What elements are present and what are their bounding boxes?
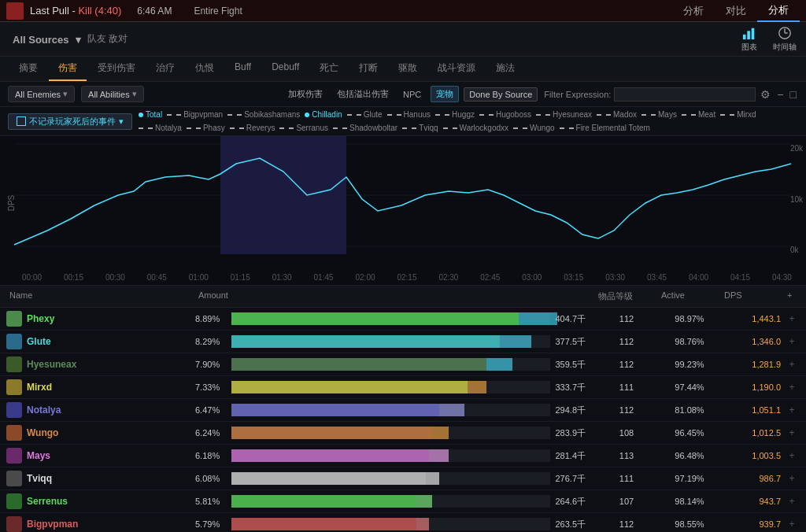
pull-time: 6:46 AM (137, 6, 172, 17)
legend-item[interactable]: Mirxd (720, 110, 756, 119)
legend-label: Phasy (203, 124, 225, 132)
legend-item[interactable]: Fire Elemental Totem (560, 124, 650, 132)
row-expand-btn[interactable]: + (784, 473, 800, 484)
tab-damage[interactable]: 伤害 (49, 57, 87, 81)
legend-icon (347, 114, 361, 116)
legend-item[interactable]: Hugoboss (479, 110, 531, 119)
legend-item[interactable]: Phasy (187, 124, 225, 132)
event-selector-btn[interactable]: 不记录玩家死后的事件 ▾ (8, 113, 132, 130)
row-expand-btn[interactable]: + (784, 336, 800, 347)
legend-item[interactable]: Sobikashamans (227, 110, 300, 119)
tag-weighted[interactable]: 加权伤害 (283, 87, 327, 102)
tag-npc[interactable]: NPC (398, 88, 426, 101)
nav-analyze2[interactable]: 分析 (757, 0, 800, 22)
table-row[interactable]: Tviqq6.08%276.7千11197.19%986.7+ (0, 467, 806, 490)
tag-overflow[interactable]: 包括溢出伤害 (332, 87, 394, 102)
table-row[interactable]: Hyesuneax7.90%359.5千11299.23%1,281.9+ (0, 353, 806, 376)
nav-compare[interactable]: 对比 (715, 0, 757, 22)
chart-y-min: 0k (790, 246, 803, 254)
legend-item[interactable]: Wungo (513, 124, 555, 132)
legend-item[interactable]: Shadowboltar (333, 124, 397, 132)
row-pct: 5.81% (195, 497, 227, 506)
row-expand-btn[interactable]: + (784, 313, 800, 324)
tab-healing[interactable]: 治疗 (146, 57, 184, 81)
source-selector[interactable]: All Sources ▾ (9, 32, 81, 46)
chart-svg (0, 136, 806, 270)
nav-analyze1[interactable]: 分析 (672, 0, 715, 22)
player-name-cell: Phexy (6, 311, 195, 327)
legend-label: Meat (698, 110, 715, 119)
player-name: Serrenus (27, 496, 68, 507)
table-row[interactable]: Wungo6.24%283.9千10896.45%1,012.5+ (0, 422, 806, 445)
legend-item[interactable]: Glute (347, 110, 383, 119)
table-row[interactable]: Serrenus5.81%264.6千10798.14%943.7+ (0, 490, 806, 513)
table-row[interactable]: Bigpvpman5.79%263.5千11298.55%939.7+ (0, 513, 806, 532)
player-name: Bigpvpman (27, 519, 78, 530)
legend-item[interactable]: Reverys (230, 124, 275, 132)
chart-right-labels: 20k 10k 0k (790, 136, 803, 270)
tab-buff[interactable]: Buff (225, 57, 261, 81)
legend-item[interactable]: Hanuus (387, 110, 431, 119)
table-row[interactable]: Mirxd7.33%333.7千11197.44%1,190.0+ (0, 376, 806, 399)
tab-damage-taken[interactable]: 受到伤害 (88, 57, 145, 81)
table-rows: Phexy8.89%404.7千11298.97%1,443.1+Glute8.… (0, 308, 806, 532)
svg-rect-2 (752, 28, 755, 39)
tab-resources[interactable]: 战斗资源 (428, 57, 485, 81)
legend-item[interactable]: Warlockgodxx (443, 124, 508, 132)
legend-item[interactable]: Madox (597, 110, 637, 119)
legend-item[interactable]: Chilladin (305, 110, 342, 119)
tab-debuff[interactable]: Debuff (262, 57, 309, 81)
amount-bar-cell: 6.18%281.4千 (195, 449, 595, 462)
bar-fill-primary (231, 358, 486, 371)
team-label: 队友 敌对 (87, 32, 128, 46)
legend-item[interactable]: Huggz (435, 110, 475, 119)
tab-dispel[interactable]: 驱散 (389, 57, 427, 81)
row-expand-btn[interactable]: + (784, 382, 800, 393)
event-color-box (17, 116, 26, 126)
abilities-filter-btn[interactable]: All Abilities ▾ (81, 86, 144, 102)
row-expand-btn[interactable]: + (784, 359, 800, 370)
row-amount: 263.5千 (555, 519, 589, 530)
legend-icon (560, 127, 574, 129)
legend-item[interactable]: Total (139, 110, 162, 119)
legend-item[interactable]: Notalya (139, 124, 182, 132)
row-expand-btn[interactable]: + (784, 450, 800, 461)
tag-pet[interactable]: 宠物 (431, 86, 459, 102)
enemies-filter-btn[interactable]: All Enemies ▾ (8, 86, 75, 102)
event-selector-label: 不记录玩家死后的事件 (29, 116, 116, 127)
filter-expand-icon[interactable]: □ (789, 88, 798, 101)
legend-item[interactable]: Meat (682, 110, 715, 119)
tab-summary[interactable]: 摘要 (9, 57, 47, 81)
legend-item[interactable]: Bigpvpman (167, 110, 223, 119)
tab-threat[interactable]: 仇恨 (186, 57, 224, 81)
timeline-view-btn[interactable]: 时间轴 (773, 26, 797, 53)
tab-death[interactable]: 死亡 (310, 57, 348, 81)
legend-item[interactable]: Mays (641, 110, 677, 119)
legend-item[interactable]: Serranus (279, 124, 328, 132)
filter-expr-input[interactable] (614, 87, 756, 102)
chart-y-label: DPS (7, 195, 16, 212)
row-expand-btn[interactable]: + (784, 519, 800, 530)
player-name-cell: Mays (6, 448, 195, 464)
row-expand-btn[interactable]: + (784, 496, 800, 507)
table-row[interactable]: Phexy8.89%404.7千11298.97%1,443.1+ (0, 308, 806, 331)
row-expand-btn[interactable]: + (784, 427, 800, 438)
table-row[interactable]: Notalya6.47%294.8千11281.08%1,051.1+ (0, 399, 806, 422)
chart-view-btn[interactable]: 图表 (741, 26, 757, 53)
table-row[interactable]: Mays6.18%281.4千11396.48%1,003.5+ (0, 445, 806, 467)
tab-cast[interactable]: 施法 (486, 57, 524, 81)
tag-done-source[interactable]: Done By Source (464, 87, 538, 102)
filter-settings-icon[interactable]: ⚙ (759, 88, 772, 101)
table-row[interactable]: Glute8.29%377.5千11298.76%1,346.0+ (0, 331, 806, 353)
player-name: Wungo (27, 427, 58, 438)
legend-item[interactable]: Tviqq (402, 124, 438, 132)
legend-item[interactable]: Hyesuneax (536, 110, 592, 119)
tab-interrupt[interactable]: 打断 (349, 57, 387, 81)
time-axis-label: 01:30 (272, 273, 292, 282)
legend-label: Sobikashamans (244, 110, 300, 119)
row-pct: 8.89% (195, 314, 227, 323)
event-row: 不记录玩家死后的事件 ▾ TotalBigpvpmanSobikashamans… (0, 107, 806, 136)
pull-title: Last Pull - Kill (4:40) (30, 5, 121, 17)
row-expand-btn[interactable]: + (784, 405, 800, 416)
filter-minus-icon[interactable]: − (775, 88, 785, 101)
